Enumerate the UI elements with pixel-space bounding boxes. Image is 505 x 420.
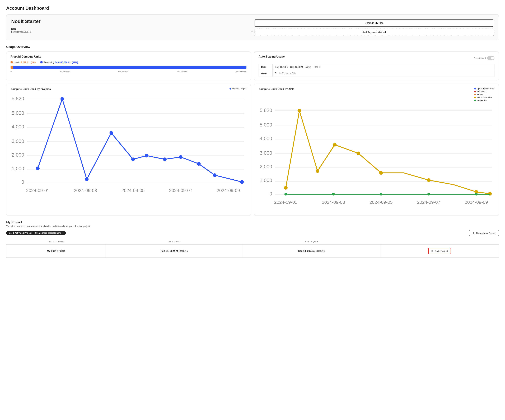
project-dot	[109, 131, 113, 135]
legend-aptos: Aptos Indexer APIs	[474, 88, 494, 90]
node-dot-pt	[475, 193, 478, 196]
prepaid-compute-card: Prepaid Compute Units Used 14,220 CU (1%…	[6, 51, 251, 80]
prepaid-title: Prepaid Compute Units	[11, 55, 246, 58]
svg-text:2024-09-03: 2024-09-03	[74, 188, 97, 193]
web3-dot-pt	[298, 109, 301, 113]
project-section-title: My Project	[6, 221, 499, 224]
project-dot	[85, 178, 89, 181]
node-dot-pt	[427, 193, 430, 196]
activated-badge: 1 of 1 Activated Project Create more pro…	[6, 231, 66, 235]
project-controls: 1 of 1 Activated Project Create more pro…	[6, 230, 499, 236]
svg-text:2024-09-01: 2024-09-01	[26, 188, 49, 193]
svg-text:4,000: 4,000	[260, 136, 272, 141]
cell-last-request: Sep 10, 2024 at 08:06:23	[243, 245, 381, 258]
used-dot	[11, 61, 13, 64]
cu-remaining-label: Remaining 349,985,780 CU (99%)	[44, 61, 78, 64]
svg-text:5,820: 5,820	[260, 108, 272, 113]
svg-text:2024-09-09: 2024-09-09	[465, 200, 488, 205]
project-dot	[197, 162, 201, 165]
projects-chart-card: Compute Units Used by Projects My First …	[6, 84, 251, 216]
autoscaling-table: Date Sep 01,2024 – Sep 10,2024 (Today) G…	[259, 64, 494, 77]
add-payment-button[interactable]: Add Payment Method	[255, 29, 494, 36]
go-to-project-button[interactable]: ⊞ Go to Project	[428, 248, 451, 254]
autoscaling-title: Auto-Scaling Usage	[259, 55, 285, 58]
date-value: Sep 01,2024 – Sep 10,2024 (Today) GMT+9	[272, 64, 494, 70]
remaining-dot	[40, 61, 43, 64]
account-card: Nodit Starter ben ben@lambda256.io Upgra…	[6, 14, 499, 40]
svg-text:3,000: 3,000	[12, 139, 24, 144]
svg-text:5,820: 5,820	[12, 96, 24, 101]
autoscaling-date-row: Date Sep 01,2024 – Sep 10,2024 (Today) G…	[259, 64, 494, 70]
project-dot	[145, 154, 148, 158]
stream-dot	[474, 94, 476, 95]
cu-remaining-value: 349,985,780 CU (99%)	[55, 61, 78, 64]
table-row: My First Project Feb 21, 2024 at 14:45:1…	[6, 245, 499, 258]
project-legend-label: My First Project	[232, 88, 246, 90]
svg-text:2024-09-05: 2024-09-05	[370, 200, 393, 205]
cu-remaining-legend: Remaining 349,985,780 CU (99%)	[40, 61, 78, 64]
col-actions	[381, 239, 499, 245]
project-legend-dot	[229, 88, 231, 89]
svg-text:2024-09-09: 2024-09-09	[217, 188, 240, 193]
cu-progress-bar	[11, 66, 246, 69]
web3-label: Web3 Data APIs	[477, 96, 492, 99]
svg-text:4,000: 4,000	[12, 124, 24, 129]
svg-text:5,000: 5,000	[12, 110, 24, 116]
payment-method-wrapper: ⓘ Add Payment Method	[255, 29, 494, 36]
projects-chart-header: Compute Units Used by Projects My First …	[11, 88, 246, 90]
create-more-link[interactable]: Create more projects here →	[33, 232, 63, 234]
date-label: Date	[259, 64, 272, 70]
account-email: ben@lambda256.io	[11, 31, 250, 33]
project-dot	[36, 167, 40, 170]
node-dot-pt	[332, 193, 335, 196]
svg-text:1,000: 1,000	[260, 178, 272, 183]
web3-dot-pt	[316, 169, 319, 173]
project-section: My Project This plan permits a maximum o…	[6, 221, 499, 258]
web3-dot	[474, 97, 476, 98]
projects-chart-legend: My First Project	[229, 88, 246, 90]
col-created-at: CREATED AT	[106, 239, 243, 245]
cu-remaining-bar	[13, 66, 246, 69]
project-legend-item: My First Project	[229, 88, 246, 90]
projects-chart-svg: 5,820 5,000 4,000 3,000 2,000 1,000 0 20…	[11, 92, 246, 201]
rate-note: ⓘ $1 per 1M CUs	[279, 72, 296, 75]
cell-action: ⊞ Go to Project	[381, 245, 499, 258]
cu-legend: Used 14,220 CU (1%) Remaining 349,985,78…	[11, 61, 246, 64]
activated-badge-text: 1 of 1 Activated Project	[9, 232, 32, 234]
cu-used-bar	[11, 66, 13, 69]
webhook-label: Webhook	[477, 90, 486, 93]
web3-dot-pt	[284, 186, 288, 190]
create-new-icon: ⊞	[473, 232, 475, 234]
cu-used-prefix: Used	[14, 61, 19, 64]
svg-text:3,000: 3,000	[260, 150, 272, 156]
node-label: Node APIs	[477, 99, 487, 102]
project-dot	[213, 173, 217, 177]
project-dot	[61, 97, 64, 101]
create-new-label: Create New Project	[476, 232, 495, 234]
aptos-dot	[474, 88, 476, 89]
stream-label: Stream	[477, 93, 484, 96]
autoscaling-toggle[interactable]	[487, 56, 494, 60]
project-table: PROJECT NAME CREATED AT LAST REQUEST My …	[6, 239, 499, 258]
svg-text:2,000: 2,000	[260, 164, 272, 169]
node-dot-pt	[380, 193, 382, 196]
web3-dot-pt	[379, 171, 383, 175]
project-table-head: PROJECT NAME CREATED AT LAST REQUEST	[6, 239, 499, 245]
create-new-project-button[interactable]: ⊞ Create New Project	[469, 230, 499, 236]
col-project-name: PROJECT NAME	[6, 239, 106, 245]
payment-info-icon: ⓘ	[251, 31, 253, 34]
project-section-desc: This plan permits a maximum of 1 applica…	[6, 225, 499, 228]
cu-axis: 0 87,500,000 175,000,000 262,500,000 350…	[11, 70, 246, 73]
project-table-header-row: PROJECT NAME CREATED AT LAST REQUEST	[6, 239, 499, 245]
svg-text:2024-09-03: 2024-09-03	[322, 200, 345, 205]
project-dot	[131, 158, 135, 161]
legend-stream: Stream	[474, 93, 494, 96]
cu-used-legend: Used 14,220 CU (1%)	[11, 61, 36, 64]
svg-text:2,000: 2,000	[12, 152, 24, 158]
page-title: Account Dashboard	[6, 6, 499, 11]
autoscaling-card: Auto-Scaling Usage Deactivated Date Sep …	[254, 51, 499, 80]
upgrade-plan-button[interactable]: Upgrade My Plan	[255, 19, 494, 27]
svg-text:2024-09-01: 2024-09-01	[274, 200, 297, 205]
project-dot	[179, 155, 183, 159]
legend-webhook: Webhook	[474, 90, 494, 93]
